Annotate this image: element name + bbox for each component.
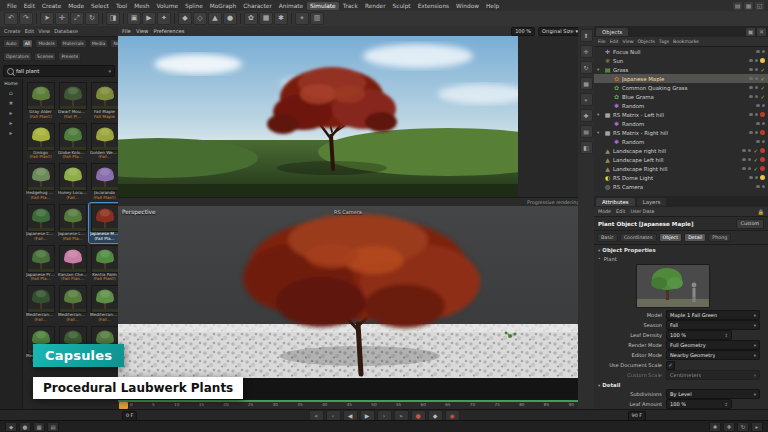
editor-visibility-dot[interactable]: [749, 59, 753, 63]
grid-icon[interactable]: ▥: [310, 12, 324, 25]
filter-models[interactable]: Models: [35, 39, 57, 48]
close-icon[interactable]: ✕: [757, 28, 766, 36]
axis-icon[interactable]: ✛: [580, 45, 593, 58]
new-object-icon[interactable]: ◆: [178, 12, 192, 25]
editor-visibility-dot[interactable]: [756, 50, 760, 54]
lock-icon[interactable]: 🔒: [758, 209, 764, 215]
frame-tick[interactable]: 30: [273, 402, 278, 407]
attr-tab-basic[interactable]: Basic: [597, 233, 618, 242]
render-visibility-dot[interactable]: [755, 59, 759, 63]
frame-tick[interactable]: 40: [322, 402, 327, 407]
enabled-check-icon[interactable]: ✓: [753, 148, 758, 154]
objects-menu-bookmarks[interactable]: Bookmarks: [673, 39, 699, 44]
editor-visibility-dot[interactable]: [749, 176, 753, 180]
stepper-icon[interactable]: ↕: [724, 402, 728, 407]
enabled-check-icon[interactable]: ✓: [753, 166, 758, 172]
editor-visibility-dot[interactable]: [756, 185, 760, 189]
menu-simulate[interactable]: Simulate: [307, 2, 339, 10]
object-row[interactable]: ✱Random: [594, 119, 768, 128]
frame-tick[interactable]: 10: [174, 402, 179, 407]
render-visibility-dot[interactable]: [755, 95, 759, 99]
dopesheet-icon[interactable]: ▦: [33, 422, 45, 432]
attr-tab-coordinates[interactable]: Coordinates: [620, 233, 657, 242]
target-icon[interactable]: ⌖: [580, 93, 593, 106]
asset-item[interactable]: Globe Kolomikta(Fall Pla...: [57, 122, 88, 162]
frame-tick[interactable]: 55: [396, 402, 401, 407]
menu-extensions[interactable]: Extensions: [415, 2, 452, 10]
editor-visibility-dot[interactable]: [749, 113, 753, 117]
snap-icon[interactable]: ⌖: [295, 12, 309, 25]
asset-item[interactable]: Golden Weeping Willo...(Fall...: [89, 122, 118, 162]
frame-tick[interactable]: 90: [568, 402, 573, 407]
filter-all[interactable]: All: [22, 39, 34, 48]
objects-menu-tags[interactable]: Tags: [659, 39, 669, 44]
effector-icon[interactable]: ✱: [274, 12, 288, 25]
add-icon[interactable]: ✚: [580, 109, 593, 122]
object-row[interactable]: ✱Random: [594, 101, 768, 110]
attribute-dropdown[interactable]: Maple 1 Fall Green▾: [666, 310, 760, 320]
zoom-level[interactable]: 100 %: [511, 27, 535, 36]
frame-tick[interactable]: 25: [248, 402, 253, 407]
menu-tool[interactable]: Tool: [113, 2, 130, 10]
list-icon[interactable]: ▤: [580, 125, 593, 138]
object-properties-section[interactable]: ▾Object Properties: [594, 245, 768, 254]
object-row[interactable]: ▾▦RS Matrix - Right hill: [594, 128, 768, 137]
filter-media[interactable]: Media: [89, 39, 109, 48]
frame-tick[interactable]: 50: [371, 402, 376, 407]
expand-arrow-icon[interactable]: ▾: [597, 67, 602, 72]
objects-menu-view[interactable]: View: [623, 39, 634, 44]
asset-search-field[interactable]: fall plant ▾: [3, 65, 115, 77]
attributes-menu-mode[interactable]: Mode: [598, 209, 611, 214]
attributes-menu-user-data[interactable]: User Data: [630, 209, 654, 214]
asset-menu-edit[interactable]: Edit: [25, 28, 35, 34]
object-row[interactable]: ◐RS Dome Light: [594, 173, 768, 182]
attribute-number-field[interactable]: 100 %↕: [666, 330, 732, 340]
object-row[interactable]: ▾▤Grass✓: [594, 65, 768, 74]
attribute-number-field[interactable]: 100 %↕: [666, 399, 732, 409]
editor-visibility-dot[interactable]: [749, 77, 753, 81]
asset-item[interactable]: Mediterranean Cypres...(Fall...: [25, 284, 56, 324]
frame-tick[interactable]: 15: [199, 402, 204, 407]
key-icon[interactable]: ◆: [5, 422, 17, 432]
frame-tick[interactable]: 75: [495, 402, 500, 407]
frame-tick[interactable]: 45: [347, 402, 352, 407]
home-category-icon[interactable]: ⌂: [9, 89, 13, 96]
asset-item[interactable]: Japanese Privet(Fall Pla...: [25, 244, 56, 284]
objects-menu-objects[interactable]: Objects: [638, 39, 655, 44]
record-dot-icon[interactable]: ●: [19, 422, 31, 432]
menu-volume[interactable]: Volume: [153, 2, 181, 10]
object-row[interactable]: ▲Landscape Right hill✓: [594, 164, 768, 173]
asset-item[interactable]: Mediterranean Fan Pa...(Fall...: [89, 284, 118, 324]
enabled-check-icon[interactable]: ✓: [760, 67, 765, 73]
render-visibility-dot[interactable]: [748, 149, 752, 153]
menu-select[interactable]: Select: [88, 2, 112, 10]
menu-render[interactable]: Render: [362, 2, 389, 10]
menu-animate[interactable]: Animate: [276, 2, 306, 10]
layout-panels-icon[interactable]: ▤: [733, 2, 742, 10]
menu-character[interactable]: Character: [240, 2, 275, 10]
stepper-icon[interactable]: ↕: [724, 333, 728, 338]
editor-visibility-dot[interactable]: [756, 104, 760, 108]
asset-item[interactable]: Japanese Camellia(Fall...: [25, 203, 56, 243]
current-frame-marker[interactable]: [119, 402, 128, 409]
object-tag-icon[interactable]: [760, 112, 765, 117]
cloner-icon[interactable]: ▦: [259, 12, 273, 25]
favorites-category-icon[interactable]: ★: [8, 99, 13, 106]
render-visibility-dot[interactable]: [762, 185, 766, 189]
editor-visibility-dot[interactable]: [756, 140, 760, 144]
folder-icon[interactable]: ▸: [9, 119, 12, 126]
asset-item[interactable]: Dwarf Mountain Pine(Fall Pl...: [57, 81, 88, 121]
layout-grid-icon[interactable]: ▦: [744, 2, 753, 10]
filter-presets[interactable]: Presets: [58, 52, 81, 61]
plant-icon[interactable]: ✿: [244, 12, 258, 25]
menu-window[interactable]: Window: [453, 2, 482, 10]
workspace-icon[interactable]: ◱: [755, 2, 764, 10]
object-row[interactable]: ☼Sun: [594, 56, 768, 65]
object-tag-icon[interactable]: [760, 166, 765, 171]
editor-visibility-dot[interactable]: [749, 86, 753, 90]
render-visibility-dot[interactable]: [755, 113, 759, 117]
viewport-label[interactable]: Perspective: [122, 209, 156, 215]
frame-tick[interactable]: 0: [130, 402, 133, 407]
frame-tick[interactable]: 70: [470, 402, 475, 407]
menu-file[interactable]: File: [4, 2, 20, 10]
